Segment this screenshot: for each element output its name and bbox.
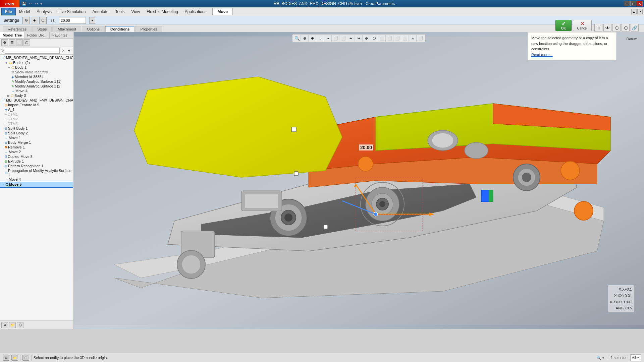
tree-item-member[interactable]: ◈ Member id 38334 xyxy=(0,74,73,79)
qat-btn-1[interactable]: 💾 xyxy=(21,1,28,6)
menu-live-simulation[interactable]: Live Simulation xyxy=(55,8,89,15)
move-type-btn-3[interactable]: ⬡ xyxy=(39,17,47,24)
menu-flexible-modeling[interactable]: Flexible Modeling xyxy=(143,8,181,15)
move-tab[interactable]: Move xyxy=(212,8,233,15)
tree-item-move4-body[interactable]: → Move 4 xyxy=(0,88,73,93)
tree-item-dtm2[interactable]: ─ DTM2 xyxy=(0,117,73,121)
tree-item-show-more[interactable]: ⊕ Show more features... xyxy=(0,70,73,74)
tree-item-bodymerge[interactable]: ⊕ Body Merge 1 xyxy=(0,140,73,145)
tree-item-pattern[interactable]: ⊞ Pattern Recognition 1 xyxy=(0,164,73,168)
tree-item-move1[interactable]: → Move 1 xyxy=(0,135,73,140)
vp-ctrl-1[interactable]: 👁 xyxy=(603,24,611,32)
ok-button[interactable]: ✓ OK xyxy=(555,20,572,31)
vp-btn-10[interactable]: ⊙ xyxy=(363,35,370,42)
collapse-ribbon-btn[interactable]: ▲ xyxy=(631,9,637,14)
tree-item-splitbody2[interactable]: ⊟ Split Body 2 xyxy=(0,131,73,135)
tree-item-remove1[interactable]: ✖ Remove 1 xyxy=(0,145,73,149)
vp-btn-9[interactable]: ↪ xyxy=(355,35,363,42)
tree-item-import[interactable]: ⊞ Import Feature id 5 xyxy=(0,103,73,107)
tree-settings-btn[interactable]: ⚙ xyxy=(1,39,8,46)
cancel-button[interactable]: ✕ Cancel xyxy=(573,20,592,31)
tree-filter-input[interactable] xyxy=(5,48,60,54)
tree-item-propmas[interactable]: ⊞ Propagation of Modify Analytic Surface… xyxy=(0,168,73,177)
vp-ctrl-2[interactable]: ⬡ xyxy=(612,24,621,32)
tree-item-root2[interactable]: 📄 MB_BODIES_AND_FMX_DESIGN_CHANGE xyxy=(0,98,73,103)
tree-item-extrude1[interactable]: ⊞ Extrude 1 xyxy=(0,159,73,164)
vp-zoom-in[interactable]: 🔍 xyxy=(293,35,301,42)
vp-zoom-fit[interactable]: ⊕ xyxy=(309,35,316,42)
help-btn[interactable]: ? xyxy=(637,9,643,14)
vp-btn-11[interactable]: ⬡ xyxy=(371,35,378,42)
sb-filter-select[interactable]: All ▼ xyxy=(630,354,641,361)
tab-favorites[interactable]: Favorites xyxy=(50,32,70,38)
tree-item-copiedmove[interactable]: ⧉ Copied Move 3 xyxy=(0,154,73,159)
pause-btn[interactable]: ⏸ xyxy=(594,24,602,32)
tree-item-dtm3[interactable]: ─ DTM3 xyxy=(0,121,73,126)
vp-ctrl-3[interactable]: ⬡ xyxy=(622,24,630,32)
tab-folder-browser[interactable]: Folder Bro... xyxy=(25,32,50,38)
move-type-btn-1[interactable]: ⊙ xyxy=(22,17,30,24)
qat-btn-2[interactable]: ↩ xyxy=(28,1,33,6)
vp-btn-5[interactable]: ↔ xyxy=(324,35,332,42)
vp-btn-16[interactable]: △ xyxy=(409,35,417,42)
lb-btn-3[interactable]: ⬡ xyxy=(17,322,23,328)
vp-btn-4[interactable]: ↕ xyxy=(317,35,324,42)
tree-columns-btn[interactable]: ⬡ xyxy=(23,39,30,46)
tab-properties[interactable]: Properties xyxy=(135,26,162,32)
sb-icon-3[interactable]: ⬡ xyxy=(22,355,29,361)
help-read-more-link[interactable]: Read more... xyxy=(531,53,553,57)
tab-references[interactable]: References xyxy=(3,26,32,32)
tab-attachment[interactable]: Attachment xyxy=(52,26,81,32)
lb-btn-1[interactable]: 🖥 xyxy=(1,322,8,328)
tree-item-root[interactable]: 📄 MB_BODIES_AND_FMX_DESIGN_CHG.PRT xyxy=(0,55,73,60)
vp-btn-14[interactable]: ⬜ xyxy=(394,35,401,42)
vp-btn-8[interactable]: ↩ xyxy=(347,35,355,42)
tree-item-move4[interactable]: → Move 4 xyxy=(0,177,73,182)
close-btn[interactable]: ✕ xyxy=(637,1,643,6)
tree-item-body1[interactable]: ▼ ⬡ Body 1 xyxy=(0,65,73,70)
vp-btn-12[interactable]: ⬜ xyxy=(378,35,386,42)
tree-item-dtm1[interactable]: ─ DTM1 xyxy=(0,112,73,117)
sb-icon-1[interactable]: 🖥 xyxy=(3,355,9,361)
tree-display-btn[interactable]: ⬜ xyxy=(16,39,23,46)
tab-model-tree[interactable]: Model Tree xyxy=(0,32,25,38)
tree-item-a1[interactable]: ✚ A_1 xyxy=(0,107,73,112)
minimize-btn[interactable]: ─ xyxy=(624,1,630,6)
menu-model[interactable]: Model xyxy=(16,8,34,15)
tree-item-body3[interactable]: ▶ ⬡ Body 3 xyxy=(0,93,73,98)
vp-btn-15[interactable]: ⬜ xyxy=(401,35,409,42)
tab-steps[interactable]: Steps xyxy=(32,26,52,32)
menu-analysis[interactable]: Analysis xyxy=(33,8,55,15)
tree-item-splitbody1[interactable]: ⊟ Split Body 1 xyxy=(0,126,73,131)
vp-btn-6[interactable]: ⬜ xyxy=(332,35,339,42)
tz-input[interactable] xyxy=(59,17,86,24)
tree-item-bodies[interactable]: ▼ 🗂 Bodies (2) xyxy=(0,60,73,65)
tree-item-move5-active[interactable]: → ⬡ Move 5 xyxy=(0,182,73,188)
tab-options[interactable]: Options xyxy=(82,26,105,32)
tree-item-mas1[interactable]: ✎ Modify Analytic Surface 1 [1] xyxy=(0,79,73,84)
tree-item-move2[interactable]: → Move 2 xyxy=(0,149,73,154)
filter-add-btn[interactable]: + xyxy=(66,48,72,53)
vp-ctrl-4[interactable]: 🔗 xyxy=(631,24,639,32)
tz-dropdown[interactable]: ▼ xyxy=(89,17,95,24)
move-type-btn-2[interactable]: ◈ xyxy=(31,17,38,24)
tree-view-btn[interactable]: ☰ xyxy=(9,39,15,46)
menu-annotate[interactable]: Annotate xyxy=(89,8,112,15)
menu-view[interactable]: View xyxy=(128,8,143,15)
vp-zoom-out[interactable]: ⊖ xyxy=(301,35,309,42)
vp-btn-13[interactable]: ⬜ xyxy=(386,35,393,42)
viewport[interactable]: 🔍 ⊖ ⊕ ↕ ↔ ⬜ ⬜ ↩ ↪ ⊙ ⬡ ⬜ ⬜ ⬜ ⬜ △ ⬜ xyxy=(74,32,644,329)
tab-conditions[interactable]: Conditions xyxy=(105,26,135,32)
lb-btn-2[interactable]: 📁 xyxy=(9,322,16,328)
vp-btn-7[interactable]: ⬜ xyxy=(340,35,347,42)
maximize-btn[interactable]: □ xyxy=(630,1,636,6)
filter-clear-btn[interactable]: ✕ xyxy=(60,48,66,53)
menu-tools[interactable]: Tools xyxy=(112,8,128,15)
sb-zoom-dropdown[interactable]: 🔍 ▼ xyxy=(596,356,605,360)
tree-item-mas2[interactable]: ✎ Modify Analytic Surface 1 [2] xyxy=(0,84,73,88)
qat-btn-3[interactable]: ↪ xyxy=(34,1,39,6)
menu-applications[interactable]: Applications xyxy=(181,8,210,15)
menu-file[interactable]: File xyxy=(1,8,16,15)
sb-icon-2[interactable]: 📁 xyxy=(11,355,18,361)
vp-btn-17[interactable]: ⬜ xyxy=(417,35,424,42)
